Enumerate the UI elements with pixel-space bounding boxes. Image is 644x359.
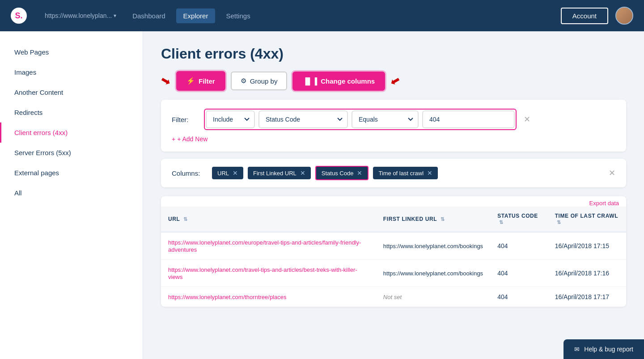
sidebar-item-server-errors[interactable]: Server Errors (5xx): [0, 143, 143, 163]
filter-operator-select[interactable]: Equals Contains Does not equal: [352, 110, 419, 128]
url-link-0[interactable]: https://www.lonelyplanet.com/europe/trav…: [168, 239, 361, 253]
sidebar-item-webpages[interactable]: Web Pages: [0, 42, 143, 62]
sidebar-item-all[interactable]: All: [0, 183, 143, 203]
table-row: https://www.lonelyplanet.com/travel-tips…: [161, 260, 626, 287]
td-status-code-0: 404: [490, 232, 548, 260]
column-tag-time-remove[interactable]: ✕: [427, 169, 432, 177]
column-tag-status-code-remove[interactable]: ✕: [357, 169, 362, 177]
site-url: https://www.lonelyplan...: [45, 12, 112, 19]
column-tag-url-remove[interactable]: ✕: [233, 169, 238, 177]
td-url-1: https://www.lonelyplanet.com/travel-tips…: [161, 260, 376, 287]
groupby-button[interactable]: ⚙ Group by: [231, 72, 288, 90]
change-cols-icon: ▐▌▐: [303, 77, 317, 85]
table-body: https://www.lonelyplanet.com/europe/trav…: [161, 232, 626, 307]
sidebar-item-redirects[interactable]: Redirects: [0, 102, 143, 122]
filter-button[interactable]: ⚡ Filter: [176, 71, 225, 91]
td-time-2: 16/April/2018 17:17: [548, 287, 626, 307]
export-row: Export data: [161, 196, 626, 207]
sidebar-item-another-content[interactable]: Another Content: [0, 82, 143, 102]
groupby-label: Group by: [250, 77, 278, 85]
column-tag-status-code[interactable]: Status Code ✕: [315, 166, 369, 180]
change-cols-label: Change columns: [321, 77, 375, 85]
data-table: URL ⇅ FIRST LINKED URL ⇅ STATUS CODE ⇅: [161, 207, 626, 307]
column-tag-url[interactable]: URL ✕: [212, 167, 243, 179]
help-button[interactable]: ✉ Help & bug report: [564, 339, 644, 359]
filter-controls-outline: Include Exclude Status Code URL First Li…: [204, 109, 517, 130]
column-tag-time-label: Time of last crawl: [378, 170, 424, 177]
td-status-code-1: 404: [490, 260, 548, 287]
nav-items: Dashboard Explorer Settings: [125, 8, 561, 23]
td-url-2: https://www.lonelyplanet.com/thorntree/p…: [161, 287, 376, 307]
avatar-image: [616, 8, 632, 24]
filter-label: Filter: [199, 77, 215, 85]
column-tag-first-linked-url[interactable]: First Linked URL ✕: [248, 167, 311, 179]
columns-row: Columns: URL ✕ First Linked URL ✕ Status…: [172, 166, 615, 180]
url-link-2[interactable]: https://www.lonelyplanet.com/thorntree/p…: [168, 294, 286, 300]
td-first-linked-url-2: Not set: [376, 287, 490, 307]
add-new-label: + Add New: [177, 135, 208, 143]
column-tag-first-linked-url-label: First Linked URL: [253, 170, 297, 177]
filter-close-button[interactable]: ✕: [522, 113, 532, 126]
logo-icon: S.: [11, 8, 27, 24]
toolbar: ➡ ⚡ Filter ⚙ Group by ▐▌▐ Change columns…: [161, 71, 626, 91]
filter-row: Filter: Include Exclude Status Code URL …: [172, 109, 615, 130]
sort-icon-url: ⇅: [183, 216, 188, 222]
td-url-0: https://www.lonelyplanet.com/europe/trav…: [161, 232, 376, 260]
column-tag-first-linked-url-remove[interactable]: ✕: [300, 169, 305, 177]
column-tag-status-code-label: Status Code: [322, 170, 354, 177]
main-content: Client errors (4xx) ➡ ⚡ Filter ⚙ Group b…: [143, 31, 644, 359]
avatar[interactable]: [615, 7, 633, 25]
th-first-linked-url[interactable]: FIRST LINKED URL ⇅: [376, 207, 490, 232]
url-dropdown-icon[interactable]: ▾: [114, 13, 116, 19]
change-columns-button[interactable]: ▐▌▐ Change columns: [292, 72, 385, 91]
sort-icon-status-code: ⇅: [499, 220, 504, 225]
td-time-1: 16/April/2018 17:16: [548, 260, 626, 287]
filter-panel: Filter: Include Exclude Status Code URL …: [161, 100, 626, 152]
layout: Web Pages Images Another Content Redirec…: [0, 31, 644, 359]
th-status-code[interactable]: STATUS CODE ⇅: [490, 207, 548, 232]
filter-row-label: Filter:: [172, 116, 199, 123]
table-row: https://www.lonelyplanet.com/europe/trav…: [161, 232, 626, 260]
columns-close-button[interactable]: ✕: [609, 168, 615, 178]
nav-dashboard[interactable]: Dashboard: [125, 8, 172, 23]
filter-icon: ⚡: [186, 77, 195, 85]
td-first-linked-url-0: https://www.lonelyplanet.com/bookings: [376, 232, 490, 260]
columns-label: Columns:: [172, 169, 208, 177]
topnav-right: Account: [561, 7, 633, 25]
url-link-1[interactable]: https://www.lonelyplanet.com/travel-tips…: [168, 266, 357, 280]
filter-include-select[interactable]: Include Exclude: [206, 110, 255, 128]
sort-icon-time-of-last-crawl: ⇅: [557, 220, 561, 225]
filter-value-input[interactable]: [422, 110, 515, 128]
page-title: Client errors (4xx): [161, 46, 626, 62]
column-tag-url-label: URL: [217, 170, 229, 177]
account-button[interactable]: Account: [561, 8, 608, 24]
column-tag-time-of-last-crawl[interactable]: Time of last crawl ✕: [373, 167, 438, 179]
td-time-0: 16/April/2018 17:15: [548, 232, 626, 260]
table-row: https://www.lonelyplanet.com/thorntree/p…: [161, 287, 626, 307]
filter-field-select[interactable]: Status Code URL First Linked URL Time of…: [258, 110, 348, 128]
add-new-icon: +: [172, 135, 175, 143]
sidebar-item-external-pages[interactable]: External pages: [0, 163, 143, 183]
groupby-icon: ⚙: [241, 77, 246, 85]
table-header-row: URL ⇅ FIRST LINKED URL ⇅ STATUS CODE ⇅: [161, 207, 626, 232]
td-first-linked-url-1: https://www.lonelyplanet.com/bookings: [376, 260, 490, 287]
th-url[interactable]: URL ⇅: [161, 207, 376, 232]
nav-settings[interactable]: Settings: [219, 8, 257, 23]
th-time-of-last-crawl[interactable]: TIME OF LAST CRAWL ⇅: [548, 207, 626, 232]
sidebar: Web Pages Images Another Content Redirec…: [0, 31, 143, 359]
sidebar-item-images[interactable]: Images: [0, 62, 143, 82]
columns-panel: Columns: URL ✕ First Linked URL ✕ Status…: [161, 159, 626, 187]
sidebar-item-client-errors[interactable]: Client errors (4xx): [0, 122, 143, 143]
add-new-filter[interactable]: + + Add New: [172, 135, 615, 143]
table-header: URL ⇅ FIRST LINKED URL ⇅ STATUS CODE ⇅: [161, 207, 626, 232]
logo[interactable]: S.: [11, 8, 27, 24]
td-status-code-2: 404: [490, 287, 548, 307]
nav-explorer[interactable]: Explorer: [176, 8, 216, 23]
topnav: S. https://www.lonelyplan... ▾ Dashboard…: [0, 0, 644, 31]
export-button[interactable]: Export data: [589, 200, 619, 207]
help-icon: ✉: [574, 346, 580, 353]
data-table-container: Export data URL ⇅ FIRST LINKED URL ⇅: [161, 196, 626, 307]
sort-icon-first-linked-url: ⇅: [441, 216, 445, 222]
help-label: Help & bug report: [584, 346, 633, 353]
